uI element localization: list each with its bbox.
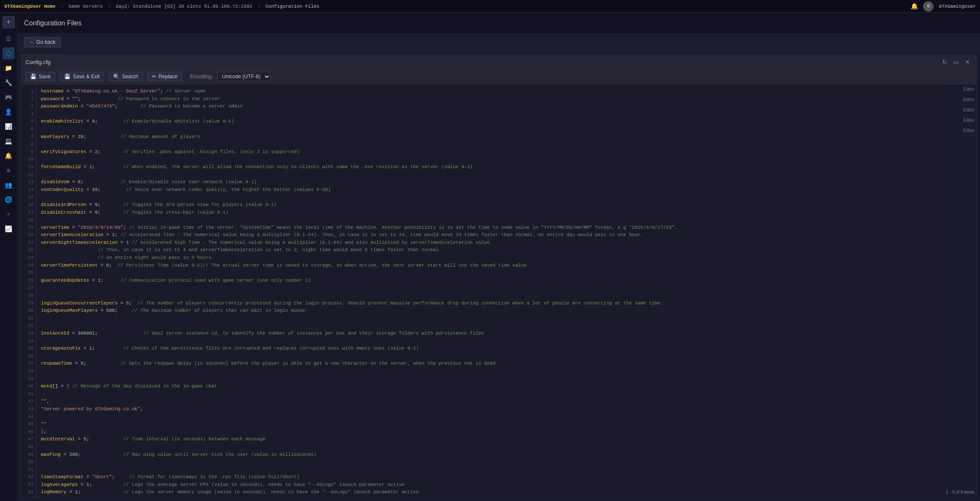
code-line: logMemory = 1; // Logs the server memory… xyxy=(41,489,937,496)
search-button[interactable]: 🔍 Search xyxy=(108,72,143,81)
save-exit-label: Save & Exit xyxy=(73,74,99,80)
sidebar-icon-alerts[interactable]: 🔔 xyxy=(3,150,15,162)
config-panel: Config.cfg ↻ ▭ ✕ 💾 Save 💾 Save & Exit xyxy=(21,55,977,498)
code-line xyxy=(41,111,937,118)
code-line: // An entire night would pass in 3 hours… xyxy=(41,254,937,262)
sidebar-icon-user[interactable]: 👤 xyxy=(3,106,15,118)
save-icon: 💾 xyxy=(30,74,37,80)
sidebar-icon-power[interactable]: ⚡ xyxy=(3,208,15,220)
replace-icon: ✏ xyxy=(152,74,156,80)
breadcrumb-sep-1: › xyxy=(61,4,64,9)
sidebar-icon-config[interactable]: ⚙ xyxy=(3,164,15,176)
code-line: disableCrosshair = 0; // Toggles the cro… xyxy=(41,209,937,217)
breadcrumb-config: Configuration Files xyxy=(266,4,319,9)
code-editor[interactable]: hostname = "GTXGaming.co.uk - DayZ Serve… xyxy=(37,84,942,497)
breadcrumb-game-servers[interactable]: Game Servers xyxy=(68,4,102,9)
sidebar-icon-server[interactable]: ⬡ xyxy=(3,47,15,59)
sidebar-icon-users[interactable]: 👥 xyxy=(3,179,15,191)
code-line: loginQueueConcurrentPlayers = 5; // The … xyxy=(41,300,937,307)
code-line xyxy=(41,216,937,224)
code-line: serverTimePersistent = 0; // Persistent … xyxy=(41,262,937,270)
encoding-label: Encoding: xyxy=(190,74,213,80)
code-line: serverTimeAcceleration = 1; // Accelerat… xyxy=(41,231,937,239)
sidebar-icon-game[interactable]: 🎮 xyxy=(3,91,15,103)
notification-bell-icon[interactable]: 🔔 xyxy=(911,3,918,10)
right-panel-item-3: Editor xyxy=(942,105,976,115)
username-label: GTXGamingUser xyxy=(939,4,976,9)
code-line xyxy=(41,171,937,179)
code-line: enableWhitelist = 0; // Enable/disable w… xyxy=(41,118,937,126)
logo[interactable]: GTXGamingUser Home xyxy=(4,4,56,9)
sidebar-icon-stats[interactable]: 📊 xyxy=(3,120,15,132)
code-line xyxy=(41,375,937,383)
code-line xyxy=(41,443,937,451)
encoding-select[interactable]: Unicode (UTF-8) xyxy=(217,72,271,81)
search-icon: 🔍 xyxy=(113,74,120,80)
code-line xyxy=(41,390,937,398)
code-line xyxy=(41,269,937,277)
code-line: motdInterval = 5; // Time interval (in s… xyxy=(41,436,937,443)
right-panel-item-2: Editor xyxy=(942,95,976,105)
config-header: Config.cfg ↻ ▭ ✕ xyxy=(21,55,976,69)
breadcrumb-sep-3: › xyxy=(257,4,260,9)
page-title-bar: Configuration Files xyxy=(17,13,980,34)
breadcrumb-sep-2: › xyxy=(108,4,111,9)
code-line xyxy=(41,315,937,323)
code-line xyxy=(41,292,937,300)
code-line xyxy=(41,413,937,421)
top-nav: GTXGamingUser Home › Game Servers › DayZ… xyxy=(0,0,980,13)
right-panel: Editor Editor Editor Editor Editor 1 - 9… xyxy=(942,84,976,497)
code-line: vonCodecQuality = 20; // Voice over netw… xyxy=(41,186,937,194)
code-line xyxy=(41,466,937,474)
line-numbers: 1234567891011121314151617181920212223242… xyxy=(21,84,37,497)
code-line: // Thus, in case it is set to 4 and serv… xyxy=(41,246,937,254)
code-line: loginQueueMaxPlayers = 500; // The maxim… xyxy=(41,307,937,315)
save-button[interactable]: 💾 Save xyxy=(25,72,55,81)
code-line: "Server powered by GTXGaming.co.uk", xyxy=(41,406,937,413)
replace-button[interactable]: ✏ Replace xyxy=(147,72,182,81)
code-line: serverNightTimeAcceleration = 1 // Accel… xyxy=(41,239,937,247)
code-line: "", xyxy=(41,398,937,406)
code-line: }; xyxy=(41,428,937,436)
sidebar-icon-console[interactable]: 💻 xyxy=(3,135,15,147)
right-panel-item-4: Editor xyxy=(942,115,976,126)
code-line: guaranteedUpdates = 1; // Communication … xyxy=(41,277,937,285)
sidebar-icon-settings[interactable]: 🔧 xyxy=(3,77,15,89)
main-content: Configuration Files ← Go back Config.cfg… xyxy=(17,13,980,501)
code-line xyxy=(41,368,937,375)
code-line: maxPlayers = 20; // Maximum amount of pl… xyxy=(41,133,937,141)
right-panel-item-5: Editor xyxy=(942,126,976,136)
page-title: Configuration Files xyxy=(24,19,81,27)
right-panel-count: 1 - 9 of 9 items xyxy=(942,487,976,497)
back-button[interactable]: ← Go back xyxy=(24,37,61,47)
close-button[interactable]: ✕ xyxy=(963,58,972,66)
user-avatar: G xyxy=(923,1,934,12)
sidebar-icon-chart[interactable]: 📈 xyxy=(3,223,15,235)
code-line: motd[] = { // Message of the day display… xyxy=(41,383,937,390)
code-line: passwordAdmin = "45A57475"; // Password … xyxy=(41,103,937,111)
code-line: timeStampFormat = "Short"; // format for… xyxy=(41,473,937,481)
code-line: password = ""; // Password to connect to… xyxy=(41,95,937,103)
code-line: serverTime = "2019/4/8/14/00"; // Initia… xyxy=(41,224,937,232)
code-line xyxy=(41,458,937,466)
sidebar-icon-menu[interactable]: ☰ xyxy=(3,33,15,45)
save-exit-button[interactable]: 💾 Save & Exit xyxy=(59,72,104,81)
right-panel-item-1: Editor xyxy=(942,84,976,95)
sidebar-icon-files[interactable]: 📁 xyxy=(3,62,15,74)
code-line: instanceId = 380081; // DayZ server inst… xyxy=(41,330,937,338)
back-bar: ← Go back xyxy=(17,34,980,51)
code-line xyxy=(41,353,937,360)
code-line xyxy=(41,322,937,330)
sidebar-icon-network[interactable]: 🌐 xyxy=(3,194,15,206)
sidebar-add-button[interactable]: + xyxy=(3,16,15,28)
code-line: logPlayers = 1; // Logs the count of cur… xyxy=(41,496,937,497)
code-line xyxy=(41,156,937,163)
toolbar: 💾 Save 💾 Save & Exit 🔍 Search ✏ Replace … xyxy=(21,69,976,84)
code-line xyxy=(41,338,937,345)
minimize-button[interactable]: ▭ xyxy=(952,58,961,66)
refresh-button[interactable]: ↻ xyxy=(940,58,949,66)
code-line: logAverageFps = 1; // Logs the average s… xyxy=(41,481,937,489)
breadcrumb-server[interactable]: DayZ: Standalone [G3] 20 slots 51.89.169… xyxy=(116,4,252,9)
sidebar: + ☰ ⬡ 📁 🔧 🎮 👤 📊 💻 🔔 ⚙ 👥 🌐 ⚡ 📈 xyxy=(0,13,17,501)
config-filename: Config.cfg xyxy=(25,59,51,65)
